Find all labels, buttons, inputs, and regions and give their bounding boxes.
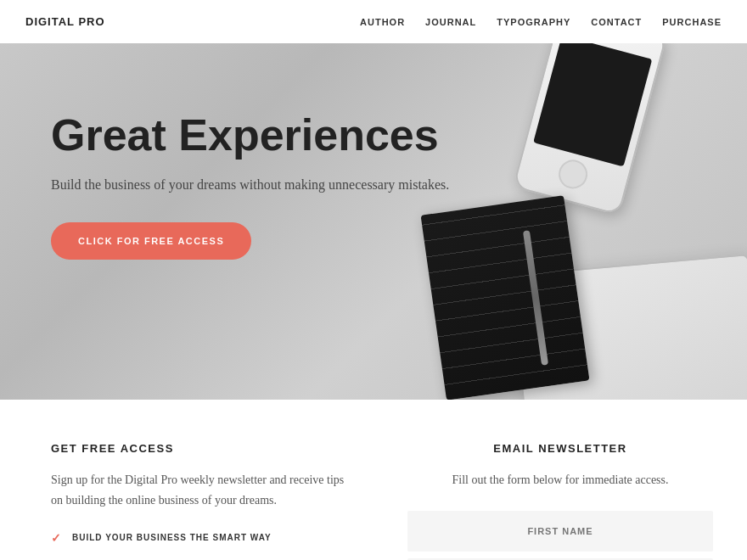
cta-button[interactable]: CLICK FOR FREE ACCESS [51,222,251,260]
hero-subtitle: Build the business of your dreams withou… [51,175,449,195]
feature-label: BUILD YOUR BUSINESS THE SMART WAY [72,533,272,542]
email-section-subtitle: Fill out the form below for immediate ac… [407,470,713,490]
left-column: GET FREE ACCESS Sign up for the Digital … [51,442,357,560]
hero-title: Great Experiences [51,111,449,160]
email-section-title: EMAIL NEWSLETTER [407,442,713,455]
left-section-body: Sign up for the Digital Pro weekly newsl… [51,470,357,511]
feature-list: ✓BUILD YOUR BUSINESS THE SMART WAY✓CREAT… [51,531,357,560]
nav-item-typography[interactable]: TYPOGRAPHY [497,17,570,27]
hero-section: Great Experiences Build the business of … [0,43,747,400]
site-logo: DIGITAL PRO [25,15,105,28]
nav-item-contact[interactable]: CONTACT [591,17,642,27]
email-form [407,511,713,560]
nav-item-journal[interactable]: JOURNAL [425,17,476,27]
site-header: DIGITAL PRO AUTHORJOURNALTYPOGRAPHYCONTA… [0,0,747,43]
email-form-field-first-name[interactable] [407,511,713,552]
phone-screen [533,43,652,166]
right-column: EMAIL NEWSLETTER Fill out the form below… [407,442,713,560]
content-section: GET FREE ACCESS Sign up for the Digital … [0,400,747,560]
nav-item-author[interactable]: AUTHOR [360,17,405,27]
checkmark-icon: ✓ [51,531,62,545]
nav-item-purchase[interactable]: PURCHASE [662,17,722,27]
left-section-title: GET FREE ACCESS [51,442,357,455]
feature-item: ✓BUILD YOUR BUSINESS THE SMART WAY [51,531,357,545]
main-nav: AUTHORJOURNALTYPOGRAPHYCONTACTPURCHASE [360,17,722,27]
hero-content: Great Experiences Build the business of … [51,111,449,260]
